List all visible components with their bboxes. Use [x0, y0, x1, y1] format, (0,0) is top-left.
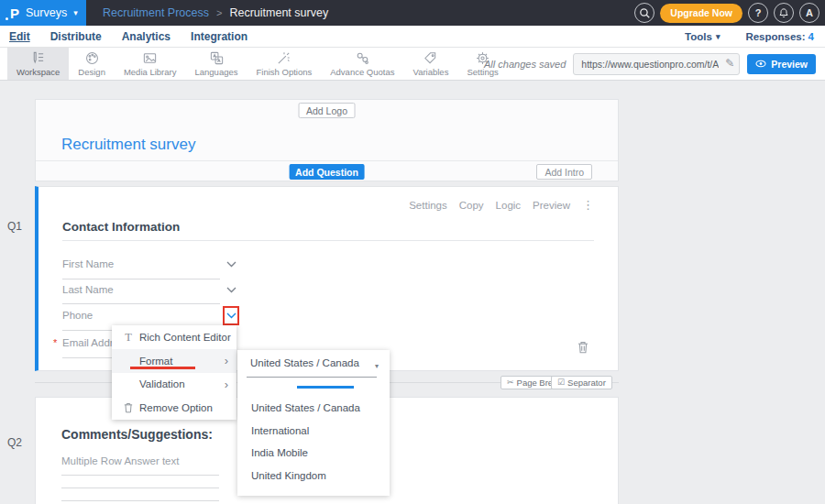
- menu-item-remove-option[interactable]: Remove Option: [112, 396, 236, 420]
- toolbar-item-workspace[interactable]: Workspace: [7, 48, 69, 80]
- chevron-down-icon: ▾: [73, 8, 78, 17]
- workspace-icon: [30, 50, 46, 66]
- survey-title[interactable]: Recruitment survey: [61, 136, 195, 154]
- image-icon: [142, 50, 158, 66]
- tools-label: Tools: [685, 31, 712, 42]
- search-icon: [639, 7, 651, 19]
- magic-wand-icon: [276, 50, 292, 66]
- tab-distribute[interactable]: Distribute: [50, 27, 102, 46]
- field-dropdown-chevron-icon[interactable]: [226, 287, 236, 293]
- topbar-actions: Upgrade Now ? A: [634, 3, 820, 23]
- help-button[interactable]: ?: [748, 3, 768, 23]
- responses-label: Responses:: [745, 31, 805, 42]
- toolbar-item-languages[interactable]: Languages: [185, 48, 247, 80]
- question-preview-link[interactable]: Preview: [533, 200, 570, 211]
- required-asterisk: *: [53, 337, 57, 348]
- translate-icon: [209, 50, 225, 66]
- survey-url-field: ✎: [573, 53, 740, 75]
- top-bar: P Surveys ▾ Recruitment Process > Recrui…: [0, 0, 825, 26]
- trash-icon: [122, 402, 135, 413]
- add-logo-button[interactable]: Add Logo: [298, 103, 356, 118]
- divider: [36, 160, 618, 161]
- format-option-india-mobile[interactable]: India Mobile: [251, 447, 308, 458]
- chevron-down-icon: ▾: [716, 32, 720, 41]
- questionpro-survey-editor: P Surveys ▾ Recruitment Process > Recrui…: [0, 0, 825, 504]
- toolbar-item-media-library[interactable]: Media Library: [115, 48, 186, 80]
- questionpro-logo-icon: P: [10, 6, 19, 20]
- question-copy-link[interactable]: Copy: [459, 200, 484, 211]
- multiline-answer-placeholder[interactable]: Multiple Row Answer text: [61, 455, 179, 466]
- question-title[interactable]: Comments/Suggestions:: [61, 427, 213, 442]
- toolbar-item-finish-options[interactable]: Finish Options: [248, 48, 322, 80]
- select-underline: [247, 377, 377, 378]
- tab-analytics[interactable]: Analytics: [122, 27, 170, 46]
- survey-canvas: Add Logo Recruitment survey Add Question…: [0, 81, 825, 504]
- chevron-right-icon: ›: [225, 378, 228, 390]
- eye-icon: [755, 60, 766, 68]
- field-dropdown-chevron-icon[interactable]: [226, 261, 236, 268]
- option-context-menu: T Rich Content Editor Format › Validatio…: [112, 325, 236, 420]
- format-submenu: United States / Canada ▾ United States /…: [237, 350, 390, 496]
- format-select[interactable]: United States / Canada ▾: [250, 357, 377, 376]
- answer-row-underline: [61, 488, 219, 488]
- format-option-international[interactable]: International: [251, 425, 309, 436]
- field-last-name[interactable]: Last Name: [62, 284, 114, 295]
- toolbar-right: All changes saved ✎ Preview: [484, 48, 816, 80]
- field-first-name[interactable]: First Name: [62, 258, 114, 269]
- format-option-united-kingdom[interactable]: United Kingdom: [251, 470, 326, 481]
- toolbar-item-variables[interactable]: Variables: [404, 48, 458, 80]
- editor-toolbar: Workspace Design Media Library: [0, 48, 825, 81]
- annotation-red-box: [223, 306, 239, 325]
- divider: [62, 240, 594, 241]
- bell-icon: [778, 7, 789, 19]
- delete-question-trash-icon[interactable]: [578, 341, 588, 354]
- survey-url-input[interactable]: [573, 53, 740, 75]
- question-logic-link[interactable]: Logic: [496, 200, 522, 211]
- scissors-icon: ✂: [507, 378, 514, 387]
- field-underline: [62, 279, 220, 279]
- toolbar-item-advance-quotas[interactable]: Advance Quotas: [321, 48, 403, 80]
- field-underline: [62, 303, 220, 304]
- annotation-red-underline: [130, 367, 195, 369]
- question-actions: Settings Copy Logic Preview ⋮: [409, 199, 594, 211]
- chevron-right-icon: ›: [225, 355, 228, 367]
- avatar-initial: A: [806, 7, 813, 18]
- edit-url-pencil-icon[interactable]: ✎: [725, 57, 734, 70]
- tab-edit[interactable]: Edit: [9, 27, 30, 46]
- active-indicator: [297, 386, 354, 389]
- kebab-menu-icon[interactable]: ⋮: [582, 199, 594, 211]
- toolbar-item-design[interactable]: Design: [69, 48, 115, 80]
- add-intro-button[interactable]: Add Intro: [536, 164, 592, 180]
- field-phone[interactable]: Phone: [62, 310, 93, 321]
- responses-count: 4: [808, 31, 814, 42]
- breadcrumb-current: Recruitment survey: [229, 6, 328, 19]
- search-button[interactable]: [634, 3, 654, 23]
- question-settings-link[interactable]: Settings: [409, 200, 447, 211]
- add-question-button[interactable]: Add Question: [289, 164, 365, 180]
- format-option-us-canada[interactable]: United States / Canada: [251, 402, 360, 413]
- checkbox-icon: ☑: [557, 378, 565, 387]
- surveys-menu[interactable]: P Surveys ▾: [0, 0, 86, 26]
- breadcrumb-folder[interactable]: Recruitment Process: [103, 6, 209, 19]
- phone-dropdown-chevron-icon: [226, 312, 236, 319]
- notifications-button[interactable]: [774, 3, 794, 23]
- menu-item-rich-content-editor[interactable]: T Rich Content Editor: [112, 325, 236, 349]
- breadcrumb-separator: >: [216, 7, 222, 18]
- upgrade-now-button[interactable]: Upgrade Now: [660, 4, 742, 23]
- toolbar-items: Workspace Design Media Library: [7, 48, 508, 80]
- question-number-q1: Q1: [7, 220, 22, 233]
- nav-tabs: Edit Distribute Analytics Integration: [9, 26, 248, 48]
- survey-nav: Edit Distribute Analytics Integration To…: [0, 26, 825, 48]
- links-icon: [355, 50, 370, 66]
- answer-row-underline: [61, 475, 219, 476]
- breadcrumb: Recruitment Process > Recruitment survey: [103, 0, 328, 26]
- tools-menu[interactable]: Tools ▾: [685, 31, 720, 42]
- menu-item-validation[interactable]: Validation ›: [112, 373, 236, 397]
- account-avatar[interactable]: A: [799, 3, 820, 23]
- tab-integration[interactable]: Integration: [191, 27, 248, 46]
- responses-link[interactable]: Responses:4: [745, 31, 814, 42]
- question-title[interactable]: Contact Information: [62, 220, 180, 234]
- separator-button[interactable]: ☑ Separator: [551, 376, 612, 389]
- select-caret-icon: ▾: [375, 362, 379, 370]
- preview-button[interactable]: Preview: [747, 54, 816, 74]
